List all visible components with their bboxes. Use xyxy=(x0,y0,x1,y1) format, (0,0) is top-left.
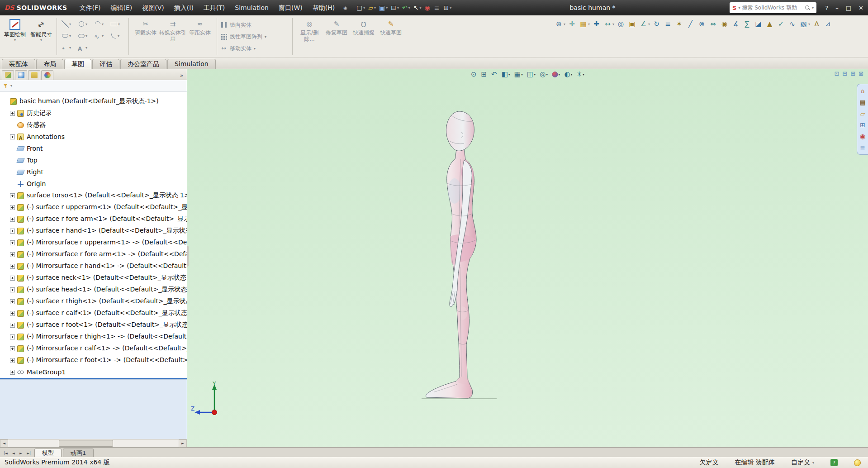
tree-item[interactable]: Front xyxy=(0,143,187,154)
print-icon[interactable]: ⊟▾ xyxy=(391,5,399,11)
ribbon-tab[interactable]: 装配体 xyxy=(2,59,35,69)
tree-item[interactable]: 历史记录 xyxy=(0,107,187,119)
fillet-tool-icon[interactable]: ▾ xyxy=(109,30,125,42)
tree-item[interactable]: (-) Mirrorsurface r upperarm<1> -> (Defa… xyxy=(0,237,187,248)
tree-item[interactable]: surface torso<1> (Default<<Default>_显示状态… xyxy=(0,190,187,201)
options-icon[interactable]: ⊞▾ xyxy=(443,5,451,11)
viewport-minimize-icon[interactable]: ⊟ xyxy=(842,71,847,76)
zebra-stripes-icon[interactable]: ▧▾ xyxy=(799,19,810,29)
explode-line-sketch-icon[interactable]: ╱ xyxy=(686,19,695,29)
document-tab[interactable]: 模型 xyxy=(34,449,62,457)
move-component-icon[interactable]: ↔▾ xyxy=(603,19,614,29)
move-entities-button[interactable]: 移动实体 ▾ xyxy=(220,43,289,54)
dropdown-caret-icon[interactable]: ▾ xyxy=(14,38,16,42)
new-document-icon[interactable]: ▢▾ xyxy=(356,5,365,11)
tree-expander-icon[interactable] xyxy=(10,205,15,210)
undo-icon[interactable]: ↶▾ xyxy=(402,5,410,11)
tree-item[interactable]: (-) surface head<1> (Default<<Default>_显… xyxy=(0,284,187,296)
tree-item[interactable]: Top xyxy=(0,154,187,166)
arc-tool-icon[interactable]: ▾ xyxy=(93,18,109,30)
show-hidden-components-icon[interactable]: ◎ xyxy=(616,19,626,29)
dropdown-caret-icon[interactable]: ▾ xyxy=(69,46,71,50)
trim-entities-button[interactable]: 剪裁实体 xyxy=(132,17,159,42)
tree-expander-icon[interactable] xyxy=(10,311,15,316)
section-view-icon[interactable]: ◧ ▾ xyxy=(501,70,511,79)
tree-item[interactable]: Right xyxy=(0,166,187,178)
configurationmanager-tab[interactable] xyxy=(28,70,40,80)
tree-item[interactable]: Origin xyxy=(0,178,187,190)
measure-icon[interactable]: ∡ xyxy=(731,19,740,29)
tree-expander-icon[interactable] xyxy=(10,264,15,269)
zoom-fit-icon[interactable]: ⊙ xyxy=(470,70,478,79)
ribbon-tab[interactable]: 评估 xyxy=(92,59,119,69)
sketch-button[interactable]: 草图绘制 ▾ xyxy=(3,17,27,42)
hide-show-items-icon[interactable]: ◎ ▾ xyxy=(539,70,549,79)
first-tab-button[interactable]: |◄ xyxy=(1,449,10,457)
dropdown-caret-icon[interactable]: ▾ xyxy=(118,22,120,26)
display-delete-relations-button[interactable]: 显示/删除... xyxy=(296,17,323,42)
tree-expander-icon[interactable] xyxy=(10,299,15,304)
panel-splitter-handle[interactable] xyxy=(187,246,189,267)
ribbon-tab[interactable]: 布局 xyxy=(36,59,63,69)
displaymanager-tab[interactable] xyxy=(41,70,53,80)
clearance-verification-icon[interactable]: ⇔ xyxy=(708,19,718,29)
dropdown-caret-icon[interactable]: ▾ xyxy=(102,34,104,38)
linear-sketch-pattern-button[interactable]: 线性草图阵列 ▾ xyxy=(220,31,289,43)
performance-evaluation-icon[interactable]: ✓ xyxy=(776,19,786,29)
maximize-button[interactable]: □ xyxy=(846,5,851,11)
offset-entities-button[interactable]: 等距实体 xyxy=(186,17,213,42)
tree-expander-icon[interactable] xyxy=(10,217,15,222)
tree-expander-icon[interactable] xyxy=(10,134,15,139)
menu-item[interactable]: 视图(V) xyxy=(137,0,169,15)
select-icon[interactable]: ↖▾ xyxy=(413,5,422,11)
curvature-icon[interactable]: ∿ xyxy=(787,19,797,29)
dropdown-caret-icon[interactable]: ▾ xyxy=(69,22,71,26)
close-button[interactable]: ✕ xyxy=(859,5,863,11)
open-icon[interactable]: ▱▾ xyxy=(368,5,376,11)
tree-item[interactable]: MateGroup1 xyxy=(0,366,187,378)
tree-expander-icon[interactable] xyxy=(10,346,15,351)
tree-expander-icon[interactable] xyxy=(10,358,15,363)
convert-entities-button[interactable]: 转换实体引用 xyxy=(159,17,186,42)
featuremanager-tab[interactable] xyxy=(2,70,14,80)
menu-item[interactable]: 窗口(W) xyxy=(274,0,308,15)
interference-detection-icon[interactable]: ⊗ xyxy=(697,19,707,29)
graphics-area[interactable]: ⊙ ⊞ ↶ ◧ ▾ xyxy=(187,69,868,447)
viewport-maximize-icon[interactable]: ⊞ xyxy=(850,71,855,76)
rectangle-tool-icon[interactable]: ▾ xyxy=(109,18,125,30)
viewport-close-icon[interactable]: ⊠ xyxy=(859,71,863,76)
search-scope-icon[interactable]: S xyxy=(732,5,736,11)
view-palette-icon[interactable]: ⊞ xyxy=(860,122,865,128)
tree-expander-icon[interactable] xyxy=(10,370,15,375)
tree-item[interactable]: (-) Mirrorsurface r hand<1> -> (Default<… xyxy=(0,260,187,272)
section-properties-icon[interactable]: ◪ xyxy=(754,19,763,29)
rebuild-icon[interactable]: ◉ xyxy=(424,5,431,11)
spline-tool-icon[interactable]: ▾ xyxy=(93,30,109,42)
tree-item[interactable]: Annotations xyxy=(0,131,187,143)
tree-item[interactable]: (-) Mirrorsurface r calf<1> -> (Default<… xyxy=(0,343,187,354)
mirror-entities-button[interactable]: 镜向实体 xyxy=(220,19,289,31)
dropdown-caret-icon[interactable]: ▾ xyxy=(40,38,42,42)
tree-expander-icon[interactable] xyxy=(10,287,15,292)
tree-item[interactable]: basic human (Default<Default_显示状态-1>) xyxy=(0,96,187,107)
panel-horizontal-scrollbar[interactable]: ◄ ► xyxy=(0,439,187,447)
ellipse-tool-icon[interactable]: ▾ xyxy=(76,30,93,42)
ribbon-tab[interactable]: 草图 xyxy=(64,59,91,69)
insert-components-icon[interactable]: ⊕▾ xyxy=(554,19,565,29)
tree-item[interactable]: (-) surface r hand<1> (Default<<Default>… xyxy=(0,225,187,237)
tree-item[interactable]: (-) surface r foot<1> (Default<<Default>… xyxy=(0,319,187,331)
file-properties-icon[interactable]: ≡ xyxy=(434,5,441,11)
scrollbar-thumb[interactable] xyxy=(59,440,113,447)
previous-view-icon[interactable]: ↶ xyxy=(490,70,498,79)
view-orientation-icon[interactable]: ▦ ▾ xyxy=(513,70,524,79)
help-button[interactable]: ? xyxy=(825,5,828,11)
sensor-icon[interactable]: ▲ xyxy=(765,19,774,29)
tree-item[interactable]: (-) surface r upperarm<1> (Default<<Defa… xyxy=(0,201,187,213)
design-library-icon[interactable]: ▤ xyxy=(859,99,865,105)
custom-properties-icon[interactable]: ≡ xyxy=(860,144,865,151)
mate-icon[interactable]: ✛ xyxy=(567,19,577,29)
line-tool-icon[interactable]: ▾ xyxy=(60,18,76,30)
save-icon[interactable]: ▣▾ xyxy=(379,5,388,11)
menu-item[interactable]: 工具(T) xyxy=(199,0,230,15)
quick-snaps-button[interactable]: 快速捕捉 xyxy=(350,17,377,42)
